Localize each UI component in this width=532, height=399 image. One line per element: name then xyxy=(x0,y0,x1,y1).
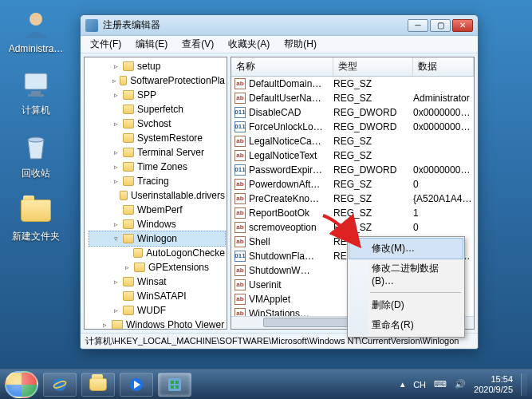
folder-icon xyxy=(89,378,107,391)
value-data: Administrator xyxy=(413,91,474,105)
maximize-button[interactable]: ▢ xyxy=(430,19,451,32)
taskbar-regedit[interactable] xyxy=(158,373,191,397)
tree-label: WUDF xyxy=(137,303,166,318)
value-name: ShutdownFla… xyxy=(249,249,314,263)
tree-item[interactable]: ▿Winlogon xyxy=(89,231,226,247)
value-type: REG_SZ xyxy=(333,177,413,192)
context-menu[interactable]: 修改(M)…修改二进制数据(B)…删除(D)重命名(R) xyxy=(347,236,465,338)
minimize-button[interactable]: ─ xyxy=(408,19,428,32)
tree-pane[interactable]: ▹setup▹SoftwareProtectionPla▹SPPSuperfet… xyxy=(84,57,227,330)
expander-icon[interactable]: ▿ xyxy=(112,235,120,243)
regedit-icon xyxy=(85,19,98,32)
system-tray[interactable]: ▴ CH ⌨ 🔊 15:54 2020/9/25 xyxy=(400,373,527,396)
tree-item[interactable]: ▹Svchost xyxy=(89,117,225,131)
desktop-icon-recycle-bin[interactable]: 回收站 xyxy=(8,132,64,180)
table-row[interactable]: abPreCreateKno…REG_SZ{A520A1A4-1780 xyxy=(231,192,474,206)
expander-icon[interactable] xyxy=(112,192,116,200)
expander-icon[interactable]: ▹ xyxy=(112,278,120,286)
tree-item[interactable]: Superfetch xyxy=(89,102,225,117)
keyboard-icon[interactable]: ⌨ xyxy=(434,379,447,389)
tree-item[interactable]: ▹SoftwareProtectionPla xyxy=(89,73,225,88)
context-menu-item[interactable]: 删除(D) xyxy=(349,295,463,315)
tree-item[interactable]: ▹Terminal Server xyxy=(89,145,225,160)
tray-lang[interactable]: CH xyxy=(413,380,426,389)
tree-item[interactable]: ▹Winsat xyxy=(89,275,225,289)
value-name: VMApplet xyxy=(249,292,290,306)
tree-item[interactable]: ▹GPExtensions xyxy=(89,260,225,275)
show-desktop-button[interactable] xyxy=(521,373,527,396)
value-data: 1 xyxy=(413,206,474,220)
close-button[interactable]: ✕ xyxy=(452,19,473,32)
expander-icon[interactable]: ▹ xyxy=(112,91,120,99)
reg-value-icon: ab xyxy=(234,78,246,89)
column-data[interactable]: 数据 xyxy=(413,57,474,76)
expander-icon[interactable]: ▹ xyxy=(112,163,120,171)
desktop-icon-computer[interactable]: 计算机 xyxy=(8,69,64,117)
tree-item[interactable]: ▹SPP xyxy=(89,88,225,102)
expander-icon[interactable] xyxy=(112,105,120,113)
tree-item[interactable]: ▹Tracing xyxy=(89,174,225,188)
menu-item[interactable]: 文件(F) xyxy=(84,36,128,53)
tray-arrow-icon[interactable]: ▴ xyxy=(400,379,405,389)
titlebar[interactable]: 注册表编辑器 ─ ▢ ✕ xyxy=(81,15,478,36)
expander-icon[interactable]: ▹ xyxy=(112,120,120,128)
tree-item[interactable]: WbemPerf xyxy=(89,203,225,217)
desktop-icon-new-folder[interactable]: 新建文件夹 xyxy=(8,195,64,243)
context-menu-item[interactable]: 重命名(R) xyxy=(349,315,463,335)
volume-icon[interactable]: 🔊 xyxy=(455,379,466,389)
svg-rect-1 xyxy=(25,73,47,89)
expander-icon[interactable]: ▹ xyxy=(112,148,120,156)
taskbar-ie[interactable] xyxy=(43,373,77,397)
table-row[interactable]: abLegalNoticeTextREG_SZ xyxy=(231,148,474,163)
tree-item[interactable]: Userinstallable.drivers xyxy=(89,188,225,203)
expander-icon[interactable]: ▹ xyxy=(112,306,120,314)
reg-value-icon: ab xyxy=(234,279,246,290)
expander-icon[interactable]: ▹ xyxy=(123,263,131,271)
desktop-icon-administrator[interactable]: Administra… xyxy=(8,8,64,54)
tree-item[interactable]: ▹Windows Photo Viewer xyxy=(89,318,225,330)
tree-item[interactable]: WinSATAPI xyxy=(89,289,225,303)
expander-icon[interactable] xyxy=(112,134,120,142)
expander-icon[interactable]: ▹ xyxy=(112,77,116,85)
table-row[interactable]: 011ForceUnlockLo…REG_DWORD0x00000000 (0) xyxy=(231,120,474,134)
reg-value-icon: 011 xyxy=(234,251,246,262)
context-menu-item[interactable]: 修改二进制数据(B)… xyxy=(349,259,463,290)
table-row[interactable]: abPowerdownAft…REG_SZ0 xyxy=(231,177,474,192)
tree-item[interactable]: ▹Time Zones xyxy=(89,160,225,174)
expander-icon[interactable] xyxy=(112,206,120,214)
taskbar-mediaplayer[interactable] xyxy=(120,373,153,397)
expander-icon[interactable] xyxy=(112,292,120,300)
menu-item[interactable]: 收藏夹(A) xyxy=(222,36,276,53)
column-name[interactable]: 名称 xyxy=(231,57,333,76)
expander-icon[interactable]: ▹ xyxy=(112,177,120,185)
column-type[interactable]: 类型 xyxy=(333,57,413,76)
expander-icon[interactable]: ▹ xyxy=(100,321,108,329)
tree-item[interactable]: SystemRestore xyxy=(89,131,225,145)
table-row[interactable]: abDefaultDomain…REG_SZ xyxy=(231,77,474,91)
tree-item[interactable]: ▹Windows xyxy=(89,217,225,231)
table-row[interactable]: abLegalNoticeCa…REG_SZ xyxy=(231,134,474,148)
table-row[interactable]: 011DisableCADREG_DWORD0x00000001 (1) xyxy=(231,105,474,120)
tree-item[interactable]: ▹setup xyxy=(89,59,225,73)
table-row[interactable]: abDefaultUserNa…REG_SZAdministrator xyxy=(231,91,474,105)
value-data: 0 xyxy=(413,220,474,235)
context-menu-item[interactable]: 修改(M)… xyxy=(349,238,463,259)
tree-item[interactable]: ▹WUDF xyxy=(89,303,225,318)
table-row[interactable]: abscremoveoptionREG_SZ0 xyxy=(231,220,474,235)
taskbar-clock[interactable]: 15:54 2020/9/25 xyxy=(474,374,513,395)
reg-value-icon: ab xyxy=(234,308,246,316)
table-row[interactable]: 011PasswordExpir…REG_DWORD0x00000005 (5) xyxy=(231,163,474,177)
expander-icon[interactable] xyxy=(123,249,130,257)
expander-icon[interactable]: ▹ xyxy=(112,62,120,70)
menu-item[interactable]: 查看(V) xyxy=(175,36,220,53)
menu-item[interactable]: 编辑(E) xyxy=(129,36,174,53)
table-row[interactable]: abReportBootOkREG_SZ1 xyxy=(231,206,474,220)
menu-item[interactable]: 帮助(H) xyxy=(278,36,323,53)
taskbar-explorer[interactable] xyxy=(81,373,115,397)
expander-icon[interactable]: ▹ xyxy=(112,220,120,228)
value-name: scremoveoption xyxy=(249,220,317,235)
taskbar: ▴ CH ⌨ 🔊 15:54 2020/9/25 xyxy=(0,369,532,399)
tree-item[interactable]: AutoLogonChecke xyxy=(89,246,225,260)
start-button[interactable] xyxy=(5,371,38,398)
folder-icon xyxy=(123,61,134,71)
